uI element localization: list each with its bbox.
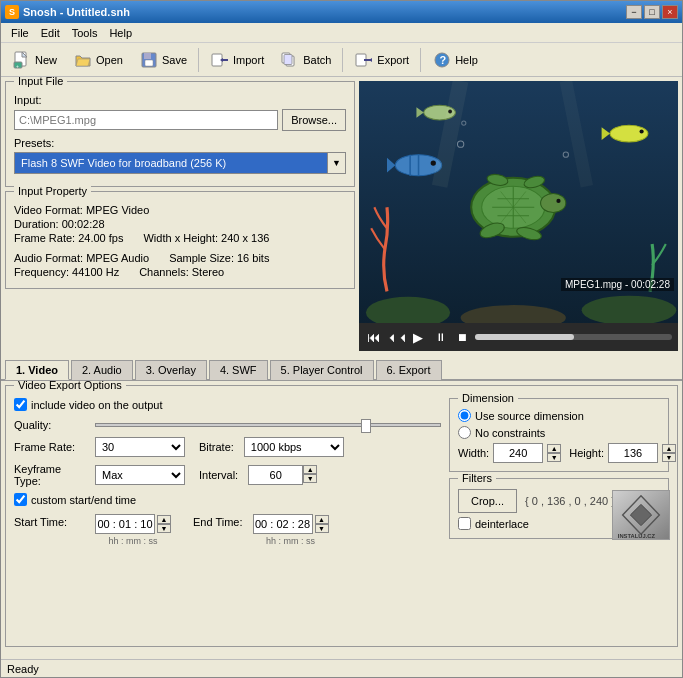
- start-time-input[interactable]: [95, 514, 155, 534]
- separator-2: [342, 48, 343, 72]
- menu-tools[interactable]: Tools: [66, 25, 104, 41]
- width-down[interactable]: ▼: [547, 453, 561, 462]
- quality-slider[interactable]: [95, 423, 441, 427]
- tab-video[interactable]: 1. Video: [5, 360, 69, 380]
- svg-text:?: ?: [440, 54, 447, 66]
- width-input[interactable]: [493, 443, 543, 463]
- prev-frame-button[interactable]: ⏮: [365, 329, 383, 345]
- filters-title: Filters: [458, 472, 496, 484]
- minimize-button[interactable]: −: [626, 5, 642, 19]
- tab-export[interactable]: 6. Export: [376, 360, 442, 380]
- help-button[interactable]: ? Help: [425, 46, 485, 74]
- filters-group: Filters Crop... { 0 , 136 , 0 , 240 } de…: [449, 478, 669, 539]
- end-time-hint: hh : mm : ss: [253, 536, 329, 546]
- width-up[interactable]: ▲: [547, 444, 561, 453]
- svg-rect-5: [144, 53, 151, 59]
- frequency: Frequency: 44100 Hz: [14, 266, 119, 278]
- menubar: File Edit Tools Help: [1, 23, 682, 43]
- use-source-radio[interactable]: [458, 409, 471, 422]
- export-button[interactable]: Export: [347, 46, 416, 74]
- tab-overlay[interactable]: 3. Overlay: [135, 360, 207, 380]
- height-down[interactable]: ▼: [662, 453, 676, 462]
- save-icon: [139, 50, 159, 70]
- frame-rate-label: Frame Rate:: [14, 441, 89, 453]
- progress-fill: [475, 334, 574, 340]
- start-time-label: Start Time:: [14, 514, 89, 528]
- frame-rate: Frame Rate: 24.00 fps: [14, 232, 123, 244]
- maximize-button[interactable]: □: [644, 5, 660, 19]
- progress-bar[interactable]: [475, 334, 672, 340]
- batch-icon: [280, 50, 300, 70]
- framerate-bitrate-row: Frame Rate: 30 24 15 Bitrate: 1000 kbps: [14, 437, 441, 457]
- open-icon: [73, 50, 93, 70]
- svg-point-36: [610, 125, 648, 142]
- prop-row-5: Frequency: 44100 Hz Channels: Stereo: [14, 266, 346, 278]
- no-constraints-radio[interactable]: [458, 426, 471, 439]
- interval-down[interactable]: ▼: [303, 474, 317, 483]
- start-time-up[interactable]: ▲: [157, 515, 171, 524]
- pause-button[interactable]: ⏸: [431, 331, 449, 343]
- tab-audio[interactable]: 2. Audio: [71, 360, 133, 380]
- menu-file[interactable]: File: [5, 25, 35, 41]
- save-button[interactable]: Save: [132, 46, 194, 74]
- interval-label: Interval:: [199, 469, 238, 481]
- crop-button[interactable]: Crop...: [458, 489, 517, 513]
- quality-thumb[interactable]: [361, 419, 371, 433]
- rewind-button[interactable]: ⏴⏴: [387, 331, 405, 343]
- prop-row-3: Frame Rate: 24.00 fps Width x Height: 24…: [14, 232, 346, 244]
- preset-value: Flash 8 SWF Video for broadband (256 K): [21, 157, 226, 169]
- end-time-down[interactable]: ▼: [315, 524, 329, 533]
- svg-rect-12: [284, 54, 292, 64]
- end-time-input[interactable]: [253, 514, 313, 534]
- time-row: Start Time: ▲ ▼ hh : mm : ss En: [14, 514, 441, 546]
- end-time-up[interactable]: ▲: [315, 515, 329, 524]
- quality-row: Quality:: [14, 419, 441, 431]
- height-input[interactable]: [608, 443, 658, 463]
- interval-input[interactable]: [248, 465, 303, 485]
- video-label: MPEG1.mpg - 00:02:28: [561, 278, 674, 291]
- include-video-checkbox[interactable]: [14, 398, 27, 411]
- open-button[interactable]: Open: [66, 46, 130, 74]
- audio-format: Audio Format: MPEG Audio: [14, 252, 149, 264]
- keyframe-select[interactable]: Max Auto: [95, 465, 185, 485]
- bitrate-select[interactable]: 1000 kbps 500 kbps 2000 kbps: [244, 437, 344, 457]
- end-time-group: ▲ ▼ hh : mm : ss: [253, 514, 329, 546]
- no-constraints-label: No constraints: [475, 427, 545, 439]
- height-up[interactable]: ▲: [662, 444, 676, 453]
- toolbar: + New Open Save Import Bat: [1, 43, 682, 77]
- preset-dropdown[interactable]: ▼: [328, 152, 346, 174]
- input-row: Browse...: [14, 109, 346, 131]
- browse-button[interactable]: Browse...: [282, 109, 346, 131]
- import-button[interactable]: Import: [203, 46, 271, 74]
- main-content: Input File Input: Browse... Presets: Fla…: [1, 77, 682, 355]
- interval-up[interactable]: ▲: [303, 465, 317, 474]
- start-time-hint: hh : mm : ss: [95, 536, 171, 546]
- sample-size: Sample Size: 16 bits: [169, 252, 269, 264]
- custom-time-checkbox[interactable]: [14, 493, 27, 506]
- stop-button[interactable]: ⏹: [453, 331, 471, 343]
- new-button[interactable]: + New: [5, 46, 64, 74]
- video-export-group: Video Export Options include video on th…: [5, 385, 678, 647]
- input-field[interactable]: [14, 110, 278, 130]
- frame-rate-select[interactable]: 30 24 15: [95, 437, 185, 457]
- play-button[interactable]: ▶: [409, 330, 427, 345]
- app-icon: S: [5, 5, 19, 19]
- menu-help[interactable]: Help: [103, 25, 138, 41]
- tab-player-control[interactable]: 5. Player Control: [270, 360, 374, 380]
- input-label: Input:: [14, 94, 346, 106]
- start-time-down[interactable]: ▼: [157, 524, 171, 533]
- watermark: INSTALUJ.CZ: [612, 490, 670, 540]
- close-button[interactable]: ×: [662, 5, 678, 19]
- deinterlace-checkbox[interactable]: [458, 517, 471, 530]
- use-source-label: Use source dimension: [475, 410, 584, 422]
- batch-button[interactable]: Batch: [273, 46, 338, 74]
- video-export-title: Video Export Options: [14, 381, 126, 391]
- video-format: Video Format: MPEG Video: [14, 204, 149, 216]
- tab-swf[interactable]: 4. SWF: [209, 360, 268, 380]
- svg-point-30: [541, 194, 566, 213]
- filter-coords: { 0 , 136 , 0 , 240 }: [525, 495, 615, 507]
- menu-edit[interactable]: Edit: [35, 25, 66, 41]
- separator-1: [198, 48, 199, 72]
- import-icon: [210, 50, 230, 70]
- presets-label: Presets:: [14, 137, 346, 149]
